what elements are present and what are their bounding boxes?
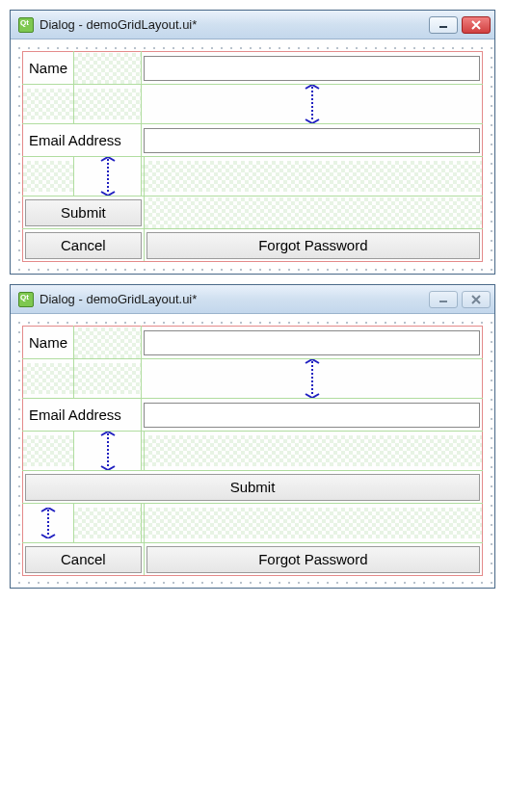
empty-cell: [145, 508, 482, 538]
email-input[interactable]: [144, 128, 480, 153]
grid-layout: Name: [22, 51, 483, 262]
name-input[interactable]: [144, 56, 480, 81]
grid-layout: Name: [22, 326, 483, 576]
submit-button[interactable]: Submit: [25, 199, 142, 226]
name-label: Name: [23, 330, 73, 354]
empty-cell: [23, 89, 73, 119]
spacer-icon: [142, 359, 482, 398]
email-label: Email Address: [23, 128, 141, 152]
window-controls: [429, 291, 491, 308]
qt-app-icon: [18, 292, 34, 307]
form-canvas: Name: [11, 39, 494, 274]
cancel-button[interactable]: Cancel: [25, 546, 142, 573]
empty-cell: [23, 363, 73, 394]
empty-cell: [74, 53, 141, 84]
window-title: Dialog - demoGridLayout.ui*: [40, 17, 429, 32]
email-label: Email Address: [23, 403, 141, 427]
close-button[interactable]: [462, 16, 491, 34]
empty-cell: [74, 363, 141, 394]
close-button[interactable]: [462, 291, 491, 308]
dialog-window-1: Dialog - demoGridLayout.ui* Name: [10, 10, 495, 275]
window-title: Dialog - demoGridLayout.ui*: [40, 292, 429, 306]
empty-cell: [23, 161, 73, 192]
empty-cell: [74, 327, 141, 358]
submit-button[interactable]: Submit: [25, 474, 480, 501]
forgot-password-button[interactable]: Forgot Password: [146, 232, 480, 259]
titlebar[interactable]: Dialog - demoGridLayout.ui*: [11, 11, 494, 39]
empty-cell: [23, 435, 73, 466]
minimize-button[interactable]: [429, 291, 458, 308]
spacer-icon: [142, 85, 482, 123]
titlebar[interactable]: Dialog - demoGridLayout.ui*: [11, 285, 494, 314]
window-controls: [429, 16, 491, 34]
name-input[interactable]: [144, 330, 480, 355]
form-canvas: Name: [11, 314, 494, 588]
spacer-icon: [74, 432, 141, 470]
forgot-password-button[interactable]: Forgot Password: [146, 546, 480, 573]
minimize-button[interactable]: [429, 16, 458, 34]
spacer-icon: [74, 157, 141, 196]
dialog-window-2: Dialog - demoGridLayout.ui* Name: [10, 284, 495, 589]
empty-cell: [74, 508, 141, 538]
email-input[interactable]: [144, 403, 480, 428]
qt-app-icon: [18, 17, 34, 33]
cancel-button[interactable]: Cancel: [25, 232, 142, 259]
spacer-icon: [23, 504, 73, 542]
empty-cell: [145, 161, 482, 192]
empty-cell: [145, 435, 482, 466]
name-label: Name: [23, 56, 73, 80]
empty-cell: [74, 89, 141, 119]
empty-cell: [145, 197, 482, 228]
